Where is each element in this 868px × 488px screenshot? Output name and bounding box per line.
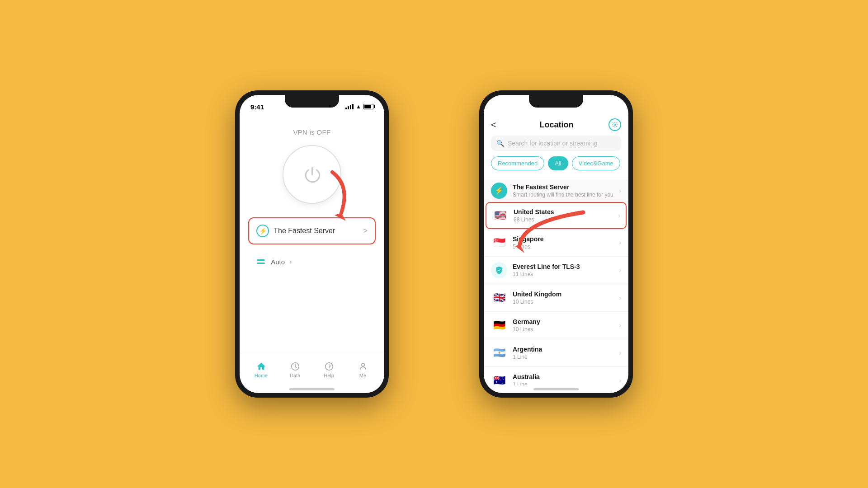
uk-flag: 🇬🇧 xyxy=(491,290,507,306)
svg-point-7 xyxy=(614,124,616,126)
us-lines: 68 Lines xyxy=(514,216,613,223)
tab-data[interactable]: Data xyxy=(278,361,312,378)
tab-home[interactable]: Home xyxy=(244,361,278,378)
us-info: United States 68 Lines xyxy=(514,208,613,223)
ar-info: Argentina 1 Line xyxy=(513,346,613,360)
location-item-sg[interactable]: 🇸🇬 Singapore 5 Lines › xyxy=(484,229,628,257)
phone1: 9:41 ▲ VPN is OFF xyxy=(235,90,389,398)
sg-lines: 5 Lines xyxy=(513,244,613,250)
fastest-info: The Fastest Server Smart routing will fi… xyxy=(513,183,613,198)
status-time-1: 9:41 xyxy=(250,103,264,111)
help-icon xyxy=(324,361,334,371)
filter-tabs: Recommended All Video&Game xyxy=(491,156,621,170)
tab-data-label: Data xyxy=(290,373,300,378)
tls-shield-icon xyxy=(491,262,507,278)
location-list: ⚡ The Fastest Server Smart routing will … xyxy=(484,175,628,385)
power-icon xyxy=(302,164,322,185)
me-icon xyxy=(358,361,368,371)
search-bar[interactable]: 🔍 Search for location or streaming xyxy=(491,136,621,151)
status-icons-1: ▲ xyxy=(345,103,373,110)
svg-rect-1 xyxy=(257,259,265,261)
fastest-name: The Fastest Server xyxy=(513,183,613,191)
tab-all[interactable]: All xyxy=(548,156,568,170)
location-item-au[interactable]: 🇦🇺 Australia 1 Line › xyxy=(484,367,628,385)
ar-lines: 1 Line xyxy=(513,354,613,360)
fastest-server-item[interactable]: ⚡ The Fastest Server Smart routing will … xyxy=(484,179,628,202)
protocol-selector[interactable]: Auto › xyxy=(248,252,376,272)
server-selector-left: ⚡ The Fastest Server xyxy=(256,225,335,237)
server-selector[interactable]: ⚡ The Fastest Server > xyxy=(248,217,376,244)
tls-info: Everest Line for TLS-3 11 Lines xyxy=(513,263,613,277)
sg-info: Singapore 5 Lines xyxy=(513,235,613,250)
us-name: United States xyxy=(514,208,613,216)
tab-bar-1: Home Data xyxy=(240,354,384,385)
bolt-icon: ⚡ xyxy=(256,225,269,237)
tls-lines: 11 Lines xyxy=(513,271,613,277)
tab-help-label: Help xyxy=(324,373,334,378)
tab-me[interactable]: Me xyxy=(346,361,380,378)
phone1-screen: 9:41 ▲ VPN is OFF xyxy=(240,95,384,393)
uk-info: United Kingdom 10 Lines xyxy=(513,291,613,305)
location-item-de[interactable]: 🇩🇪 Germany 10 Lines › xyxy=(484,312,628,339)
server-chevron-icon: > xyxy=(363,227,367,235)
tab-me-label: Me xyxy=(359,373,366,378)
location-title: Location xyxy=(540,120,574,130)
notch2 xyxy=(529,95,583,108)
tls-chevron-icon: › xyxy=(619,267,621,274)
phone2-screen: < Location 🔍 Search for location or stre… xyxy=(484,95,628,393)
sg-chevron-icon: › xyxy=(619,239,621,246)
protocol-chevron-icon: › xyxy=(289,258,292,266)
de-lines: 10 Lines xyxy=(513,326,613,333)
wifi-icon: ▲ xyxy=(356,103,361,110)
phones-container: 9:41 ▲ VPN is OFF xyxy=(235,90,633,398)
uk-lines: 10 Lines xyxy=(513,299,613,305)
au-flag: 🇦🇺 xyxy=(491,372,507,385)
location-item-ar[interactable]: 🇦🇷 Argentina 1 Line › xyxy=(484,339,628,367)
settings-icon[interactable] xyxy=(609,118,621,131)
vpn-screen: VPN is OFF xyxy=(240,115,384,354)
svg-point-6 xyxy=(361,363,364,366)
search-placeholder: Search for location or streaming xyxy=(508,140,597,147)
au-info: Australia 1 Line xyxy=(513,373,613,385)
protocol-name: Auto xyxy=(271,258,285,266)
us-chevron-icon: › xyxy=(618,212,620,219)
home-bar-2 xyxy=(533,388,579,390)
ar-chevron-icon: › xyxy=(619,349,621,357)
back-button[interactable]: < xyxy=(491,120,505,130)
phone1-wrapper: 9:41 ▲ VPN is OFF xyxy=(235,90,389,398)
phone2-wrapper: < Location 🔍 Search for location or stre… xyxy=(479,90,633,398)
tls-name: Everest Line for TLS-3 xyxy=(513,263,613,270)
power-button-container xyxy=(283,145,341,204)
de-name: Germany xyxy=(513,318,613,325)
signal-bars-icon xyxy=(345,104,354,109)
sg-name: Singapore xyxy=(513,235,613,243)
tab-recommended[interactable]: Recommended xyxy=(491,156,544,170)
phone2: < Location 🔍 Search for location or stre… xyxy=(479,90,633,398)
vpn-status-text: VPN is OFF xyxy=(293,128,330,136)
location-item-tls[interactable]: Everest Line for TLS-3 11 Lines › xyxy=(484,257,628,284)
location-item-us[interactable]: 🇺🇸 United States 68 Lines › xyxy=(486,202,627,229)
location-item-uk[interactable]: 🇬🇧 United Kingdom 10 Lines › xyxy=(484,284,628,312)
tab-help[interactable]: Help xyxy=(312,361,346,378)
protocol-icon xyxy=(255,256,266,267)
server-name: The Fastest Server xyxy=(274,227,335,235)
au-chevron-icon: › xyxy=(619,377,621,384)
tab-video-game[interactable]: Video&Game xyxy=(572,156,620,170)
de-flag: 🇩🇪 xyxy=(491,317,507,333)
au-name: Australia xyxy=(513,373,613,380)
search-icon: 🔍 xyxy=(496,140,504,147)
power-button[interactable] xyxy=(283,145,341,204)
battery-icon xyxy=(363,104,373,109)
home-icon xyxy=(256,361,266,371)
ar-flag: 🇦🇷 xyxy=(491,345,507,361)
de-info: Germany 10 Lines xyxy=(513,318,613,333)
data-icon xyxy=(290,361,300,371)
fastest-desc: Smart routing will find the best line fo… xyxy=(513,192,613,198)
au-lines: 1 Line xyxy=(513,381,613,385)
sg-flag: 🇸🇬 xyxy=(491,235,507,251)
uk-chevron-icon: › xyxy=(619,294,621,301)
home-bar-1 xyxy=(289,388,335,390)
us-flag: 🇺🇸 xyxy=(492,207,508,224)
notch1 xyxy=(285,95,339,108)
location-header: < Location xyxy=(484,115,628,136)
